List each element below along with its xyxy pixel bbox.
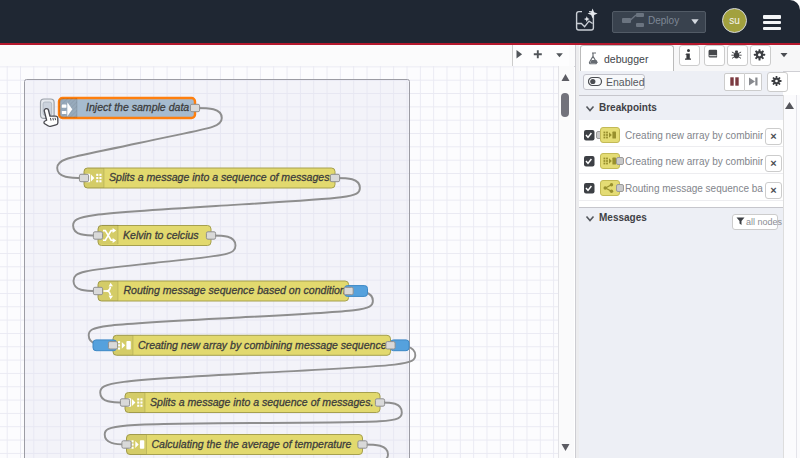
svg-text:Kelvin to celcius: Kelvin to celcius xyxy=(123,229,199,241)
svg-text:Inject the sample data: Inject the sample data xyxy=(86,101,189,113)
svg-text:Routing message sequence based: Routing message sequence based on condit… xyxy=(124,284,346,296)
svg-text:Calculating the the average of: Calculating the the average of temperatu… xyxy=(152,438,352,450)
svg-text:Creating new array by combinin: Creating new array by combining message … xyxy=(138,339,387,351)
svg-text:Splits a message into a sequen: Splits a message into a sequence of mess… xyxy=(109,171,332,183)
svg-text:Splits a message into a sequen: Splits a message into a sequence of mess… xyxy=(150,396,373,408)
